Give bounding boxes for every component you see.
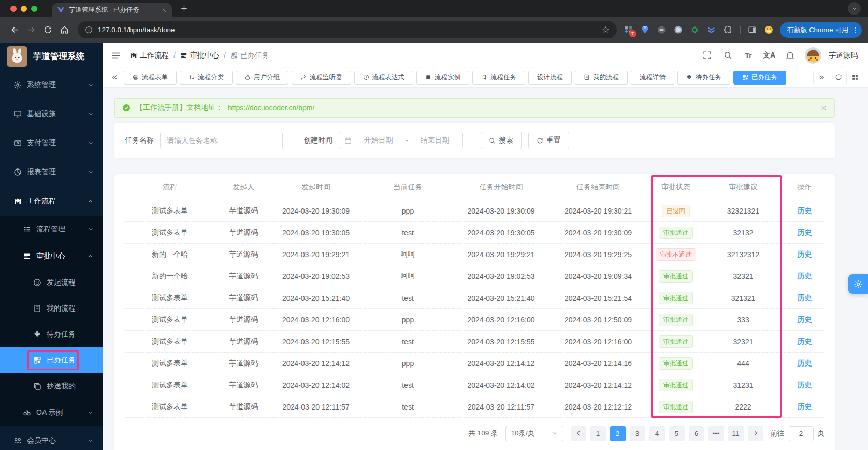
sidebar-menu-item[interactable]: 工作流程 — [0, 187, 103, 216]
extensions-puzzle-icon[interactable] — [721, 23, 735, 37]
address-bar[interactable]: 127.0.0.1/bpm/task/done — [78, 21, 617, 38]
browser-tab[interactable]: 芋道管理系统 - 已办任务 — [52, 3, 172, 17]
bookmark-star-icon[interactable] — [602, 25, 610, 34]
search-icon[interactable] — [719, 47, 736, 64]
tag-tab[interactable]: 流程详情 — [631, 71, 674, 85]
page-number-button[interactable]: 6 — [689, 426, 704, 441]
font-size-icon[interactable]: Tr — [740, 47, 757, 64]
page-size-select[interactable]: 10条/页 — [505, 426, 563, 441]
collapse-sidebar-icon[interactable] — [111, 51, 121, 60]
tag-tab[interactable]: 流程表单 — [124, 71, 177, 85]
extension-blocks-icon[interactable]: 7 — [622, 23, 635, 37]
home-button[interactable] — [56, 22, 73, 38]
tab-search-button[interactable] — [848, 2, 861, 15]
tag-tab[interactable]: 设计流程 — [528, 71, 572, 85]
history-link[interactable]: 历史 — [798, 250, 812, 258]
tag-tab[interactable]: 用户分组 — [236, 71, 288, 85]
sidebar-menu-item[interactable]: 报表管理 — [0, 158, 103, 187]
tag-tab[interactable]: 待办任务 — [677, 71, 730, 85]
history-link[interactable]: 历史 — [798, 381, 812, 389]
tags-menu-icon[interactable] — [846, 71, 863, 84]
page-number-button[interactable]: 5 — [669, 426, 685, 441]
tag-tab[interactable]: 已办任务 — [733, 71, 786, 85]
sidebar-menu-item[interactable]: 发起流程 — [0, 270, 103, 296]
theme-settings-button[interactable] — [848, 274, 868, 294]
tags-scroll-left-icon[interactable] — [108, 71, 121, 84]
task-name-input[interactable] — [160, 132, 283, 149]
extension-star-icon[interactable] — [688, 23, 702, 37]
sidebar-menu-item[interactable]: 审批中心 — [0, 243, 103, 270]
window-minimize-button[interactable] — [21, 6, 27, 12]
side-panel-icon[interactable] — [746, 23, 759, 37]
table-row: 新的一个哈 芋道源码 2024-03-20 19:02:53 呵呵 2024-0… — [125, 265, 824, 287]
history-link[interactable]: 历史 — [798, 337, 812, 345]
flower-icon — [33, 330, 41, 339]
window-zoom-button[interactable] — [31, 6, 37, 12]
sidebar-menu-item[interactable]: 待办任务 — [0, 321, 103, 347]
history-link[interactable]: 历史 — [798, 359, 812, 367]
forward-button[interactable] — [23, 22, 39, 38]
tag-tab[interactable]: 流程监听器 — [292, 71, 351, 85]
url-text[interactable]: 127.0.0.1/bpm/task/done — [98, 26, 597, 34]
banner-close-icon[interactable] — [820, 105, 827, 111]
history-link[interactable]: 历史 — [798, 228, 812, 236]
date-range-picker[interactable]: 开始日期 - 结束日期 — [339, 132, 463, 149]
extension-circle-icon[interactable] — [672, 23, 685, 37]
tag-tab[interactable]: 流程任务 — [472, 71, 525, 85]
tag-tab[interactable]: 流程实例 — [416, 71, 469, 85]
page-number-button[interactable]: 2 — [610, 426, 626, 441]
toolbar-divider — [740, 26, 741, 34]
fullscreen-icon[interactable] — [698, 47, 716, 64]
app-logo[interactable]: 芋道管理系统 — [0, 43, 103, 71]
history-link[interactable]: 历史 — [798, 272, 812, 280]
bell-icon[interactable] — [781, 47, 799, 64]
history-link[interactable]: 历史 — [798, 293, 812, 302]
tags-scroll-right-icon[interactable] — [813, 71, 830, 84]
tags-refresh-icon[interactable] — [830, 71, 846, 84]
sidebar-menu-item[interactable]: 流程管理 — [0, 216, 103, 243]
reset-button[interactable]: 重置 — [528, 132, 569, 149]
chrome-update-button[interactable]: 有新版 Chrome 可用 — [780, 22, 862, 38]
sidebar-menu-item[interactable]: 抄送我的 — [0, 373, 103, 399]
search-button[interactable]: 搜索 — [481, 132, 522, 149]
new-tab-button[interactable] — [180, 4, 188, 13]
sidebar-menu-item[interactable]: 支付管理 — [0, 129, 103, 158]
table-row: 测试多表单 芋道源码 2024-03-20 12:15:55 test 2024… — [125, 331, 824, 353]
site-info-icon[interactable] — [85, 25, 93, 34]
page-number-button[interactable]: 3 — [630, 426, 645, 441]
page-number-button[interactable]: ••• — [708, 426, 724, 441]
page-number-button[interactable]: 4 — [649, 426, 665, 441]
next-page-button[interactable] — [748, 426, 763, 441]
breadcrumb-workflow[interactable]: 工作流程 — [130, 51, 169, 60]
window-close-button[interactable] — [10, 6, 17, 12]
history-link[interactable]: 历史 — [798, 206, 812, 215]
tag-tab[interactable]: 我的流程 — [575, 71, 628, 85]
prev-page-button[interactable] — [571, 426, 586, 441]
sidebar-menu-item[interactable]: 我的流程 — [0, 296, 103, 321]
extension-sphere-icon[interactable] — [655, 23, 669, 37]
browser-menu-icon[interactable] — [851, 26, 859, 34]
doc-link[interactable]: https://doc.iocoder.cn/bpm/ — [228, 104, 314, 112]
sidebar-menu-item[interactable]: 已办任务 — [0, 347, 103, 373]
username[interactable]: 芋道源码 — [829, 51, 858, 60]
tab-close-icon[interactable] — [162, 8, 167, 13]
sidebar-menu-item[interactable]: 基础设施 — [0, 100, 103, 129]
sidebar-menu-item[interactable]: 会员中心 — [0, 426, 103, 450]
back-button[interactable] — [6, 22, 23, 38]
emoji-extension-icon[interactable] — [762, 23, 776, 37]
history-link[interactable]: 历史 — [798, 315, 812, 324]
translate-icon[interactable]: 文A — [760, 47, 778, 64]
sidebar-menu-item[interactable]: 系统管理 — [0, 71, 103, 100]
page-number-button[interactable]: 1 — [590, 426, 606, 441]
extension-gem-icon[interactable] — [639, 23, 652, 37]
history-link[interactable]: 历史 — [798, 402, 812, 411]
sidebar-menu-item[interactable]: OA 示例 — [0, 399, 103, 426]
breadcrumb-approval-center[interactable]: 审批中心 — [180, 51, 219, 60]
extension-chevrons-icon[interactable] — [705, 23, 718, 37]
reload-button[interactable] — [39, 22, 56, 38]
tag-tab[interactable]: 流程表达式 — [354, 71, 414, 85]
goto-page-input[interactable] — [789, 426, 814, 441]
page-number-button[interactable]: 11 — [728, 426, 744, 441]
tag-tab[interactable]: 流程分类 — [180, 71, 233, 85]
user-avatar[interactable] — [805, 47, 821, 64]
